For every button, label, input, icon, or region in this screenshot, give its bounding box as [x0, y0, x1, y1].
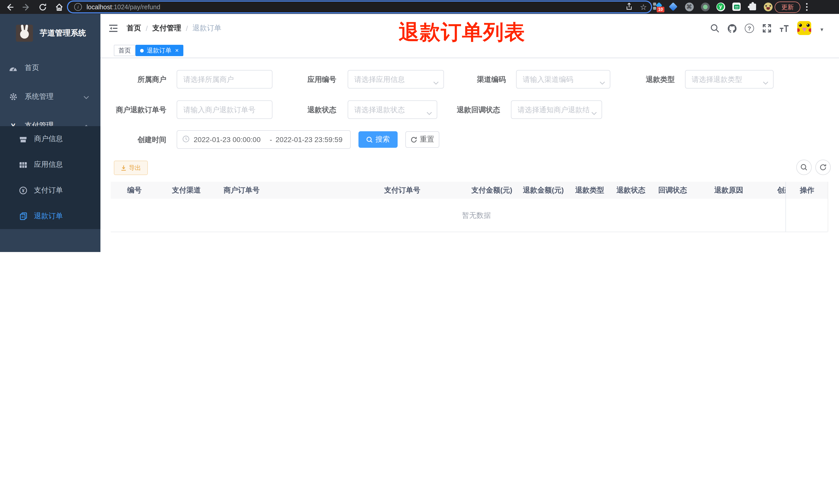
- empty-data-text: 暂无数据: [462, 199, 491, 232]
- back-icon[interactable]: [5, 2, 14, 12]
- share-icon[interactable]: [625, 2, 633, 12]
- reset-button[interactable]: 重置: [405, 131, 439, 148]
- browser-menu-icon[interactable]: [806, 3, 808, 11]
- column-header-callback-status: 回调状态: [658, 182, 687, 199]
- help-icon[interactable]: ?: [742, 14, 757, 43]
- browser-update-button[interactable]: 更新: [774, 2, 800, 13]
- table-header: 编号 支付渠道 商户订单号 支付订单号 支付金额(元) 退款金额(元) 退款类型…: [111, 182, 828, 199]
- command-extension-icon[interactable]: ⌘: [684, 2, 694, 11]
- emoji-extension-icon[interactable]: [763, 2, 772, 11]
- chevron-down-icon: [763, 78, 768, 87]
- sidebar-item-infrastructure[interactable]: 基础设施: [0, 243, 101, 252]
- channel-input[interactable]: [517, 71, 610, 88]
- puzzle-extension-icon[interactable]: [748, 2, 757, 11]
- page-title-annotation: 退款订单列表: [338, 18, 586, 46]
- github-icon[interactable]: [724, 14, 739, 43]
- sidebar-item-label: 退款订单: [34, 212, 63, 221]
- filter-label-refund-status: 退款状态: [280, 101, 336, 119]
- sidebar-item-merchant-info[interactable]: 商户信息: [0, 126, 101, 152]
- font-size-icon[interactable]: [776, 14, 792, 43]
- y-extension-icon[interactable]: y: [716, 2, 725, 11]
- sidebar-item-label: 首页: [25, 63, 39, 73]
- column-header-id: 编号: [127, 182, 142, 199]
- close-icon[interactable]: ×: [175, 47, 179, 54]
- reload-icon[interactable]: [38, 2, 47, 12]
- column-header-refund-amount: 退款金额(元): [523, 182, 564, 199]
- yen-circle-icon: ¥: [19, 186, 27, 195]
- active-dot-icon: [140, 49, 144, 52]
- chevron-down-icon: [426, 109, 432, 117]
- column-header-refund-type: 退款类型: [575, 182, 604, 199]
- app-title: 芋道管理系统: [40, 28, 86, 38]
- app-input[interactable]: [348, 71, 444, 88]
- top-navbar: 首页 / 支付管理 / 退款订单 退款订单列表 ? ▾: [101, 14, 839, 43]
- refund-status-select[interactable]: [347, 101, 437, 119]
- merchant-refund-no-field[interactable]: [177, 101, 272, 119]
- address-bar[interactable]: i localhost:1024/pay/refund ☆: [68, 2, 651, 12]
- column-header-pay-amount: 支付金额(元): [471, 182, 513, 199]
- grid-icon: [19, 161, 27, 168]
- filter-label-channel: 渠道编码: [449, 70, 506, 89]
- column-header-pay-channel: 支付渠道: [172, 182, 201, 199]
- home-icon[interactable]: [54, 2, 64, 12]
- breadcrumb-separator: /: [186, 24, 188, 32]
- site-info-icon[interactable]: i: [74, 3, 82, 11]
- search-icon: [800, 164, 808, 171]
- tag-refund-order[interactable]: 退款订单 ×: [136, 45, 183, 56]
- merchant-refund-no-input[interactable]: [177, 101, 272, 119]
- breadcrumb: 首页 / 支付管理 / 退款订单: [127, 14, 221, 43]
- user-menu-caret-icon[interactable]: ▾: [820, 26, 823, 33]
- callback-status-input[interactable]: [512, 101, 602, 119]
- sidebar-item-system[interactable]: 系统管理: [0, 83, 101, 111]
- filter-label-merchant: 所属商户: [110, 70, 166, 89]
- gear-icon: [9, 93, 18, 101]
- refund-status-input[interactable]: [348, 101, 437, 119]
- date-start-value[interactable]: 2022-01-23 00:00:00: [194, 136, 266, 144]
- app-select[interactable]: [347, 70, 444, 89]
- browser-toolbar: i localhost:1024/pay/refund ☆ 10 ⌘ y 更新: [0, 0, 839, 14]
- extension-badge-icon[interactable]: 10: [653, 2, 662, 11]
- date-end-value[interactable]: 2022-01-23 23:59:59: [275, 136, 348, 144]
- sidebar-item-home[interactable]: 首页: [0, 54, 101, 83]
- callback-status-select[interactable]: [511, 101, 602, 119]
- url-text[interactable]: localhost:1024/pay/refund: [87, 3, 160, 11]
- filter-label-merchant-refund-no: 商户退款订单号: [105, 101, 166, 119]
- breadcrumb-payment[interactable]: 支付管理: [153, 24, 181, 33]
- sidebar-collapse-icon[interactable]: [108, 24, 119, 35]
- search-button[interactable]: 搜索: [358, 131, 398, 148]
- search-icon[interactable]: [707, 14, 722, 43]
- chevron-down-icon: [600, 78, 605, 87]
- svg-text:¥: ¥: [22, 188, 24, 193]
- sidebar-item-pay-order[interactable]: ¥ 支付订单: [0, 178, 101, 203]
- channel-select[interactable]: [516, 70, 610, 89]
- refund-type-select[interactable]: [685, 70, 773, 89]
- breadcrumb-current: 退款订单: [193, 24, 221, 33]
- tag-label: 首页: [119, 46, 131, 55]
- tag-home[interactable]: 首页: [114, 45, 136, 56]
- column-header-pay-order-no: 支付订单号: [384, 182, 420, 199]
- gem-extension-icon[interactable]: [668, 2, 678, 11]
- user-avatar[interactable]: [797, 21, 811, 35]
- fullscreen-icon[interactable]: [759, 14, 774, 43]
- create-time-range-picker[interactable]: 2022-01-23 00:00:00 - 2022-01-23 23:59:5…: [177, 130, 351, 149]
- breadcrumb-home[interactable]: 首页: [127, 24, 141, 33]
- table-refresh-button[interactable]: [815, 160, 831, 175]
- filter-label-callback-status: 退款回调状态: [444, 101, 500, 119]
- column-header-refund-reason: 退款原因: [714, 182, 743, 199]
- sidebar: 芋道管理系统 首页 系统管理 ¥ 支付管理: [0, 14, 101, 252]
- app-logo-row[interactable]: 芋道管理系统: [0, 19, 101, 47]
- app-window: i localhost:1024/pay/refund ☆ 10 ⌘ y 更新: [0, 0, 839, 252]
- green-dot-extension-icon[interactable]: [700, 2, 710, 11]
- merchant-select[interactable]: [177, 70, 272, 89]
- sidebar-item-refund-order[interactable]: 退款订单: [0, 203, 101, 229]
- export-button[interactable]: 导出: [114, 161, 148, 175]
- refund-type-input[interactable]: [685, 71, 773, 88]
- column-header-actions: 操作: [800, 182, 814, 199]
- sidebar-item-app-info[interactable]: 应用信息: [0, 152, 101, 178]
- dashboard-icon: [9, 64, 18, 72]
- merchant-input[interactable]: [177, 71, 272, 88]
- bookmark-star-icon[interactable]: ☆: [640, 2, 647, 12]
- forward-icon[interactable]: [21, 2, 31, 12]
- chat-extension-icon[interactable]: [732, 2, 741, 11]
- table-search-toggle-button[interactable]: [796, 160, 812, 175]
